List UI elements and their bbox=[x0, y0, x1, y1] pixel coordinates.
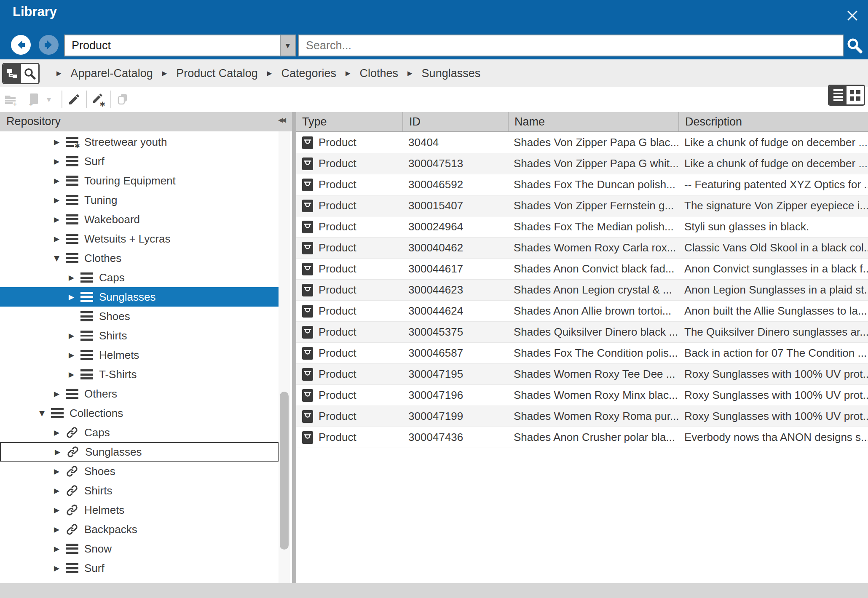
expander-right-icon[interactable]: ▶ bbox=[54, 196, 66, 204]
expander-down-icon[interactable]: ▼ bbox=[39, 409, 51, 417]
table-row[interactable]: Product300044624Shades Anon Allie brown … bbox=[296, 301, 868, 322]
edit-button[interactable] bbox=[67, 91, 82, 107]
tree-item-helmets[interactable]: ▶Helmets bbox=[0, 345, 279, 365]
table-row[interactable]: Product300045375Shades Quiksilver Dinero… bbox=[296, 322, 868, 343]
expander-right-icon[interactable]: ▶ bbox=[69, 351, 80, 359]
expander-right-icon[interactable]: ▶ bbox=[54, 545, 66, 553]
tree-item-surf[interactable]: ▶Surf bbox=[0, 558, 279, 578]
column-header-id[interactable]: ID bbox=[402, 112, 508, 131]
tree-mode-button[interactable] bbox=[3, 64, 21, 83]
table-row[interactable]: Product300047199Shades Women Roxy Roma p… bbox=[296, 406, 868, 427]
cell-id: 300040462 bbox=[402, 241, 508, 254]
tree-item-shoes[interactable]: ▶Shoes bbox=[0, 462, 279, 481]
tree-item-touring-equipment[interactable]: ▶Touring Equipment bbox=[0, 171, 279, 190]
new-content-button[interactable]: + bbox=[26, 91, 41, 107]
table-row[interactable]: Product300040462Shades Women Roxy Carla … bbox=[296, 238, 868, 259]
table-row[interactable]: Product300047513Shades Von Zipper Papa G… bbox=[296, 153, 868, 174]
edit-with-template-button[interactable]: ✱ bbox=[91, 91, 106, 107]
copy-button[interactable] bbox=[115, 91, 131, 107]
breadcrumb-item[interactable]: Categories bbox=[281, 67, 336, 80]
column-header-type[interactable]: Type bbox=[296, 112, 402, 131]
status-bar bbox=[0, 583, 868, 598]
expander-down-icon[interactable]: ▼ bbox=[54, 254, 66, 262]
table-row[interactable]: Product300047196Shades Women Roxy Minx b… bbox=[296, 385, 868, 406]
cell-description: Everbody nows tha ANON designs s... bbox=[678, 431, 868, 444]
tree-item-backpacks[interactable]: ▶Backpacks bbox=[0, 520, 279, 539]
tree-item-collections[interactable]: ▼Collections bbox=[0, 403, 279, 423]
tree-item-sunglasses[interactable]: ▶Sunglasses bbox=[0, 287, 279, 307]
table-row[interactable]: Product300044617Shades Anon Convict blac… bbox=[296, 259, 868, 280]
repository-title: Repository bbox=[6, 115, 61, 128]
expander-right-icon[interactable]: ▶ bbox=[54, 525, 66, 534]
tree-item-t-shirts[interactable]: ▶T-Shirts bbox=[0, 365, 279, 384]
back-button[interactable] bbox=[11, 35, 31, 55]
cell-id: 300046587 bbox=[402, 347, 508, 360]
expander-right-icon[interactable]: ▶ bbox=[69, 331, 80, 340]
expander-right-icon[interactable]: ▶ bbox=[54, 486, 66, 495]
table-row[interactable]: Product300044623Shades Anon Legion cryst… bbox=[296, 280, 868, 301]
expander-right-icon[interactable]: ▶ bbox=[55, 448, 67, 456]
cell-description: Like a chunk of fudge on december ... bbox=[678, 157, 868, 170]
tree-item-caps[interactable]: ▶Caps bbox=[0, 423, 279, 442]
expander-right-icon[interactable]: ▶ bbox=[69, 273, 80, 282]
expander-right-icon[interactable]: ▶ bbox=[54, 467, 66, 475]
search-mode-button[interactable] bbox=[21, 64, 39, 83]
tree-scrollbar-track[interactable] bbox=[279, 131, 290, 583]
breadcrumb-item[interactable]: Sunglasses bbox=[422, 67, 481, 80]
column-header-name[interactable]: Name bbox=[508, 112, 678, 131]
doctype-dropdown-button[interactable]: ▼ bbox=[280, 35, 295, 56]
tree-item-wetsuits-lycras[interactable]: ▶Wetsuits + Lycras bbox=[0, 229, 279, 248]
cell-id: 300044617 bbox=[402, 262, 508, 275]
expander-right-icon[interactable]: ▶ bbox=[69, 370, 80, 379]
table-row[interactable]: Product30404Shades Von Zipper Papa G bla… bbox=[296, 132, 868, 153]
expander-right-icon[interactable]: ▶ bbox=[69, 293, 80, 301]
expander-right-icon[interactable]: ▶ bbox=[54, 428, 66, 437]
tree-item-helmets[interactable]: ▶Helmets bbox=[0, 500, 279, 520]
table-row[interactable]: Product300047195Shades Women Roxy Tee De… bbox=[296, 364, 868, 385]
expander-right-icon[interactable]: ▶ bbox=[54, 157, 66, 166]
expander-right-icon[interactable]: ▶ bbox=[54, 564, 66, 572]
expander-right-icon[interactable]: ▶ bbox=[54, 506, 66, 514]
expander-right-icon[interactable]: ▶ bbox=[54, 176, 66, 185]
tree-item-wakeboard[interactable]: ▶Wakeboard bbox=[0, 210, 279, 229]
thumbnail-view-button[interactable] bbox=[847, 86, 864, 104]
tree-item-others[interactable]: ▶Others bbox=[0, 384, 279, 403]
panel-divider[interactable] bbox=[292, 112, 296, 583]
doctype-input[interactable] bbox=[65, 35, 280, 56]
new-content-dropdown-button[interactable]: ▼ bbox=[44, 91, 54, 107]
expander-right-icon[interactable]: ▶ bbox=[54, 215, 66, 224]
new-folder-button[interactable]: + bbox=[3, 91, 19, 107]
table-row[interactable]: Product300046592Shades Fox The Duncan po… bbox=[296, 174, 868, 195]
category-icon bbox=[66, 253, 78, 263]
table-row[interactable]: Product300046587Shades Fox The Condition… bbox=[296, 343, 868, 364]
expander-right-icon[interactable]: ▶ bbox=[54, 138, 66, 146]
close-icon[interactable] bbox=[846, 9, 859, 22]
tree-item-label: Shoes bbox=[99, 310, 130, 323]
search-icon[interactable] bbox=[846, 37, 863, 54]
tree-item-snow[interactable]: ▶Snow bbox=[0, 539, 279, 558]
table-row[interactable]: Product300024964Shades Fox The Median po… bbox=[296, 216, 868, 238]
breadcrumb-item[interactable]: Product Catalog bbox=[176, 67, 258, 80]
list-view-button[interactable] bbox=[829, 86, 847, 104]
expander-right-icon[interactable]: ▶ bbox=[54, 235, 66, 243]
tree-scrollbar-thumb[interactable] bbox=[280, 392, 289, 550]
tree-item-tuning[interactable]: ▶Tuning bbox=[0, 190, 279, 210]
tree-item-shirts[interactable]: ▶Shirts bbox=[0, 481, 279, 500]
tree-item-surf[interactable]: ▶Surf bbox=[0, 152, 279, 171]
tree-item-caps[interactable]: ▶Caps bbox=[0, 268, 279, 287]
breadcrumb-item[interactable]: Clothes bbox=[360, 67, 399, 80]
tree-item-sunglasses[interactable]: ▶Sunglasses bbox=[0, 442, 279, 462]
tree-item-shirts[interactable]: ▶Shirts bbox=[0, 326, 279, 345]
search-input[interactable] bbox=[299, 35, 843, 56]
expander-right-icon[interactable]: ▶ bbox=[54, 390, 66, 398]
collapse-panel-icon[interactable]: ◀◀ bbox=[278, 116, 284, 124]
breadcrumb-item[interactable]: Apparel-Catalog bbox=[71, 67, 153, 80]
table-row[interactable]: Product300047436Shades Anon Crusher pola… bbox=[296, 427, 868, 448]
column-header-description[interactable]: Description bbox=[678, 112, 868, 131]
table-row[interactable]: Product300015407Shades Von Zipper Fernst… bbox=[296, 195, 868, 216]
forward-button[interactable] bbox=[39, 35, 59, 55]
cell-type: Product bbox=[296, 241, 402, 254]
tree-item-shoes[interactable]: ▶Shoes bbox=[0, 307, 279, 326]
tree-item-clothes[interactable]: ▼Clothes bbox=[0, 248, 279, 268]
tree-item-streetwear-youth[interactable]: ▶Streetwear youth bbox=[0, 132, 279, 152]
